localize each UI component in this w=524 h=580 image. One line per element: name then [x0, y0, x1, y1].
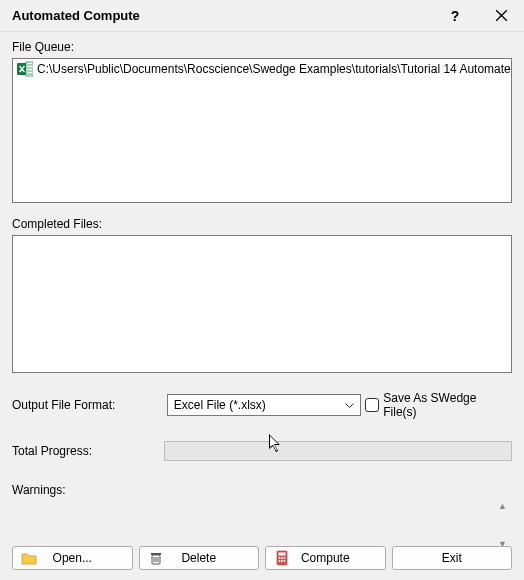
window-title: Automated Compute [12, 8, 432, 23]
scroll-indicator[interactable]: ▲ ▼ [498, 501, 510, 549]
scroll-up-icon: ▲ [498, 501, 510, 511]
chevron-down-icon [345, 398, 354, 412]
svg-point-20 [284, 560, 286, 562]
warnings-label: Warnings: [12, 483, 512, 497]
delete-button[interactable]: Delete [139, 546, 260, 570]
help-button[interactable]: ? [432, 0, 478, 32]
save-as-swedge-label: Save As SWedge File(s) [383, 391, 512, 419]
file-queue-list[interactable]: C:\Users\Public\Documents\Rocscience\Swe… [12, 58, 512, 203]
open-label: Open... [53, 551, 92, 565]
svg-rect-14 [279, 553, 286, 556]
close-icon [496, 10, 507, 21]
open-button[interactable]: Open... [12, 546, 133, 570]
exit-button[interactable]: Exit [392, 546, 513, 570]
completed-files-list[interactable] [12, 235, 512, 373]
warnings-box: ▲ ▼ [12, 501, 512, 549]
svg-point-17 [284, 557, 286, 559]
close-button[interactable] [478, 0, 524, 32]
compute-label: Compute [301, 551, 350, 565]
compute-button[interactable]: Compute [265, 546, 386, 570]
progress-bar [164, 441, 512, 461]
list-item[interactable]: C:\Users\Public\Documents\Rocscience\Swe… [13, 59, 511, 79]
output-format-label: Output File Format: [12, 398, 163, 412]
svg-point-18 [279, 560, 281, 562]
svg-point-16 [281, 557, 283, 559]
delete-label: Delete [181, 551, 216, 565]
calculator-icon [274, 550, 290, 566]
folder-icon [21, 550, 37, 566]
output-format-value: Excel File (*.xlsx) [174, 398, 266, 412]
trash-icon [148, 550, 164, 566]
svg-rect-9 [151, 553, 161, 555]
total-progress-label: Total Progress: [12, 444, 164, 458]
svg-point-15 [279, 557, 281, 559]
excel-icon [17, 61, 33, 77]
file-queue-label: File Queue: [12, 40, 512, 54]
save-as-swedge-checkbox[interactable]: Save As SWedge File(s) [365, 391, 512, 419]
titlebar: Automated Compute ? [0, 0, 524, 32]
output-format-select[interactable]: Excel File (*.xlsx) [167, 394, 362, 416]
exit-label: Exit [442, 551, 462, 565]
checkbox-icon [365, 398, 379, 412]
completed-files-label: Completed Files: [12, 217, 512, 231]
svg-point-19 [281, 560, 283, 562]
file-path: C:\Users\Public\Documents\Rocscience\Swe… [37, 62, 512, 76]
